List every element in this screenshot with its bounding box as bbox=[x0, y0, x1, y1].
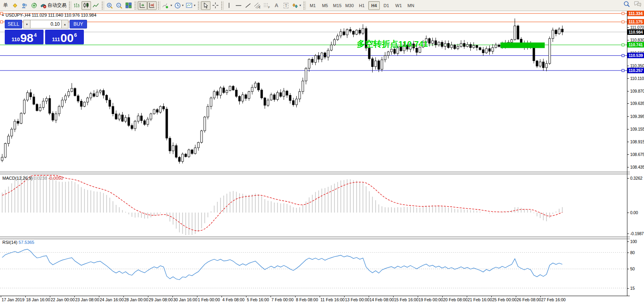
templates-button[interactable]: ▾ bbox=[185, 1, 197, 10]
time-tick-mark bbox=[320, 296, 320, 297]
chart-shift-button[interactable] bbox=[147, 1, 157, 10]
volume-input[interactable] bbox=[30, 20, 61, 29]
ohlc-bars-icon bbox=[74, 3, 80, 8]
auto-scroll-button[interactable] bbox=[138, 1, 147, 10]
candlestick-chart-button[interactable] bbox=[81, 1, 91, 10]
zoom-out-button[interactable] bbox=[114, 1, 124, 10]
price-tick-mark bbox=[627, 78, 629, 79]
chart-title: USDJPY-,H4 111.029 111.040 110.976 110.9… bbox=[6, 13, 97, 17]
indicators-button[interactable]: ▾ bbox=[161, 1, 173, 10]
new-order-button[interactable]: 单 bbox=[1, 1, 10, 10]
tile-windows-button[interactable] bbox=[124, 1, 133, 10]
timeframe-button-M5[interactable]: M5 bbox=[319, 1, 331, 10]
buy-price[interactable]: 111006 bbox=[45, 30, 84, 44]
price-level-label-110.539: 110.539 bbox=[627, 53, 644, 58]
price-tick-mark bbox=[627, 129, 629, 129]
macd-tick-mark bbox=[627, 178, 629, 179]
marketwatch-icon[interactable] bbox=[10, 1, 20, 10]
search-icon[interactable] bbox=[623, 1, 630, 7]
timeframe-button-H1[interactable]: H1 bbox=[356, 1, 367, 10]
cursor-tool-button[interactable] bbox=[201, 1, 210, 10]
time-tick-label: 13 Feb 00:00 bbox=[345, 297, 369, 302]
autotrading-label: 自动交易 bbox=[47, 2, 66, 9]
timeframe-button-M15[interactable]: M15 bbox=[331, 1, 343, 10]
vertical-line-icon bbox=[227, 2, 231, 8]
timeframe-button-MN[interactable]: MN bbox=[405, 1, 417, 10]
time-tick-mark bbox=[491, 296, 492, 297]
time-tick-label: 23 Jan 08:00 bbox=[75, 297, 99, 302]
sell-price[interactable]: 110984 bbox=[5, 30, 44, 44]
community-icon[interactable] bbox=[20, 1, 29, 10]
zoom-in-icon bbox=[106, 2, 113, 9]
macd-signal-value: -0.0050 bbox=[48, 176, 63, 181]
price-tick-mark bbox=[627, 66, 629, 66]
price-tick-mark bbox=[627, 116, 629, 117]
line-chart-button[interactable] bbox=[91, 1, 100, 10]
yellow-tag-icon bbox=[12, 2, 18, 9]
people-icon bbox=[21, 2, 28, 9]
horizontal-line-icon bbox=[235, 4, 242, 8]
toolbar-right-group bbox=[623, 1, 642, 7]
time-tick-mark bbox=[467, 296, 467, 297]
time-tick-label: 19 Feb 00:00 bbox=[419, 297, 443, 302]
price-tick-mark bbox=[627, 40, 629, 40]
sell-button[interactable]: SELL bbox=[5, 20, 22, 29]
macd-pane[interactable] bbox=[0, 174, 627, 237]
bar-chart-button[interactable] bbox=[72, 1, 81, 10]
text-tool-letter: A bbox=[275, 2, 278, 8]
time-tick-label: 14 Feb 08:00 bbox=[369, 297, 394, 302]
collapse-panel-icon[interactable]: ▲ bbox=[1, 13, 5, 17]
turning-point-annotation[interactable]: 多空转折点110.741 bbox=[357, 38, 428, 49]
macd-label: MACD(12,26,9) 0.0238 -0.0050 bbox=[2, 176, 63, 181]
zoom-out-icon bbox=[116, 2, 123, 9]
trendline-tool-button[interactable] bbox=[243, 1, 253, 10]
time-tick-mark bbox=[172, 296, 173, 297]
time-tick-mark bbox=[1, 296, 1, 297]
fibonacci-icon: F bbox=[263, 2, 271, 9]
volume-increase-button[interactable]: ▲ bbox=[61, 20, 68, 29]
rsi-pane[interactable] bbox=[0, 239, 627, 296]
horizontal-line-tool-button[interactable] bbox=[234, 1, 243, 10]
time-tick-mark bbox=[344, 296, 345, 297]
crosshair-tool-button[interactable] bbox=[210, 1, 220, 10]
rsi-tick-mark bbox=[627, 288, 629, 289]
price-level-label-111.175: 111.175 bbox=[627, 19, 644, 25]
time-tick-label: 7 Feb 00:00 bbox=[271, 297, 294, 302]
rsi-tick-mark bbox=[627, 269, 629, 269]
timeframe-group: M1M5M15M30H1H4D1W1MN bbox=[307, 1, 417, 10]
text-tool-button[interactable]: A bbox=[272, 1, 281, 10]
toolbar-separator bbox=[101, 1, 104, 10]
vertical-line-tool-button[interactable] bbox=[224, 1, 234, 10]
crosshair-icon bbox=[212, 2, 218, 8]
timeframe-button-D1[interactable]: D1 bbox=[381, 1, 392, 10]
toolbar-separator bbox=[68, 1, 71, 10]
toolbar-separator bbox=[221, 1, 224, 10]
arrows-tool-button[interactable]: ▾ bbox=[291, 1, 302, 10]
signals-icon[interactable] bbox=[29, 1, 39, 10]
autotrading-button[interactable]: 自动交易 bbox=[39, 1, 68, 10]
rsi-label: RSI(14) 57.5365 bbox=[2, 240, 34, 245]
fibonacci-tool-button[interactable]: F bbox=[262, 1, 272, 10]
timeframe-button-H4[interactable]: H4 bbox=[368, 1, 380, 10]
label-tool-button[interactable]: T bbox=[281, 1, 291, 10]
time-tick-label: 17 Jan 2019 bbox=[2, 297, 25, 302]
autotrading-icon bbox=[40, 2, 47, 8]
timeframe-button-M30[interactable]: M30 bbox=[344, 1, 355, 10]
buy-button[interactable]: BUY bbox=[70, 20, 87, 29]
price-tick-mark bbox=[627, 154, 629, 155]
toolbar: 单 自动交易 ▾ ▾ ▾ E F A T ▾ M1M5M15M30H1H4D1W… bbox=[0, 0, 644, 11]
periods-button[interactable]: ▾ bbox=[173, 1, 185, 10]
timeframe-button-W1[interactable]: W1 bbox=[393, 1, 404, 10]
price-chart-pane[interactable] bbox=[0, 11, 627, 172]
time-tick-label: 1 Feb 00:00 bbox=[198, 297, 220, 302]
channel-tool-button[interactable]: E bbox=[253, 1, 262, 10]
timeframe-button-M1[interactable]: M1 bbox=[307, 1, 318, 10]
zoom-in-button[interactable] bbox=[105, 1, 114, 10]
indicators-icon bbox=[162, 2, 169, 9]
time-tick-label: 15 Feb 16:00 bbox=[394, 297, 419, 302]
dropdown-caret: ▾ bbox=[299, 4, 301, 7]
time-tick-label: 8 Feb 08:00 bbox=[296, 297, 318, 302]
time-tick-mark bbox=[222, 296, 222, 297]
chat-icon[interactable] bbox=[634, 1, 642, 7]
volume-decrease-button[interactable]: ▼ bbox=[23, 20, 30, 29]
